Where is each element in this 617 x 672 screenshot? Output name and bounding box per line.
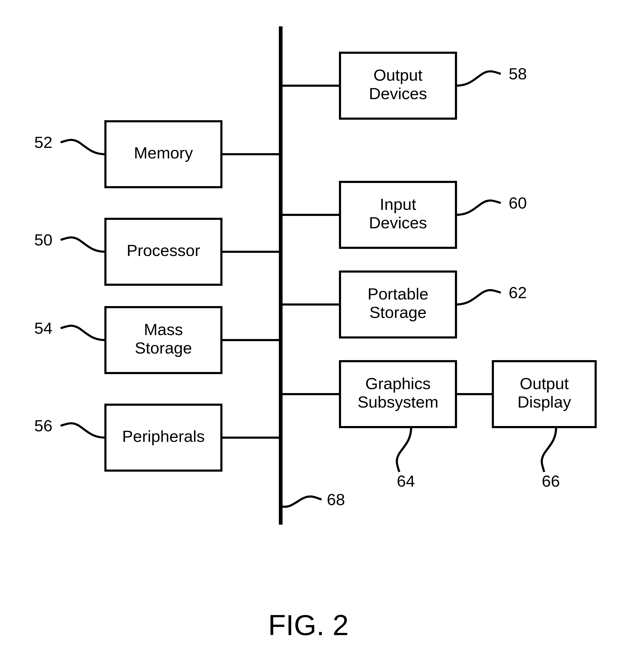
lead-bus [281, 496, 322, 507]
output-devices-label-1: Output [374, 66, 422, 84]
peripherals-label: Peripherals [122, 427, 205, 445]
block-output-display: Output Display [493, 361, 596, 427]
lead-portable-storage [456, 290, 501, 305]
block-output-devices: Output Devices [340, 53, 456, 119]
memory-label: Memory [134, 144, 193, 162]
processor-label: Processor [127, 241, 200, 260]
lead-output-display [542, 427, 556, 472]
input-devices-label-1: Input [380, 195, 416, 213]
mass-storage-label-1: Mass [144, 320, 183, 338]
block-mass-storage: Mass Storage [106, 307, 221, 373]
ref-memory: 52 [34, 133, 52, 151]
lead-graphics [397, 427, 411, 472]
block-graphics-subsystem: Graphics Subsystem [340, 361, 456, 427]
graphics-label-2: Subsystem [358, 393, 439, 411]
portable-storage-label-2: Storage [369, 303, 426, 321]
graphics-label-1: Graphics [365, 374, 431, 392]
input-devices-label-2: Devices [369, 213, 427, 232]
ref-mass-storage: 54 [34, 319, 52, 337]
ref-output-devices: 58 [509, 64, 527, 83]
ref-input-devices: 60 [509, 194, 527, 212]
lead-peripherals [61, 424, 106, 438]
ref-graphics: 64 [397, 472, 415, 490]
ref-portable-storage: 62 [509, 284, 527, 302]
lead-processor [61, 237, 106, 252]
block-processor: Processor [106, 219, 221, 285]
lead-output-devices [456, 71, 501, 86]
ref-bus: 68 [327, 490, 345, 509]
block-portable-storage: Portable Storage [340, 272, 456, 337]
ref-peripherals: 56 [34, 416, 52, 435]
block-peripherals: Peripherals [106, 405, 221, 471]
lead-input-devices [456, 201, 501, 215]
output-display-label-2: Display [518, 393, 571, 411]
ref-processor: 50 [34, 231, 52, 249]
block-input-devices: Input Devices [340, 182, 456, 248]
lead-memory [61, 140, 106, 154]
output-devices-label-2: Devices [369, 85, 427, 103]
mass-storage-label-2: Storage [135, 339, 192, 357]
lead-mass-storage [61, 326, 106, 340]
ref-output-display: 66 [542, 472, 560, 490]
system-block-diagram: Memory 52 Processor 50 Mass Storage 54 P… [0, 0, 617, 672]
output-display-label-1: Output [520, 374, 569, 392]
block-memory: Memory [106, 121, 221, 187]
figure-caption: FIG. 2 [268, 609, 349, 641]
portable-storage-label-1: Portable [368, 285, 429, 303]
